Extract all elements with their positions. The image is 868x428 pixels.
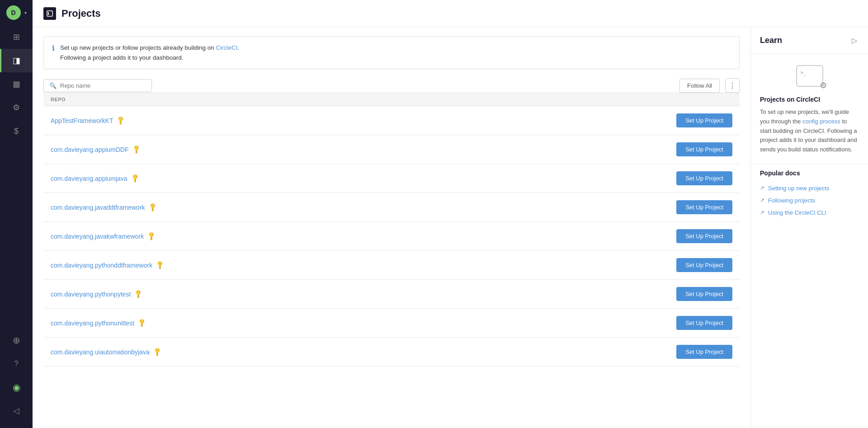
key-icon: 🔑 [155, 260, 165, 270]
content-wrapper: ℹ Set up new projects or follow projects… [33, 27, 868, 428]
setup-project-button[interactable]: Set Up Project [676, 113, 732, 127]
org-icon: ⊕ [13, 335, 20, 346]
circleci-link[interactable]: CircleCI [216, 44, 237, 51]
table-row: com.davieyang.javakwframework 🔑 Set Up P… [43, 222, 740, 251]
panel-divider [751, 164, 868, 164]
setup-project-button[interactable]: Set Up Project [676, 345, 732, 359]
active-indicator [0, 49, 1, 72]
terminal-icon: >_ [796, 65, 823, 87]
repo-column-header: REPO [43, 93, 740, 106]
sidebar-bottom: ⊕ ? ◉ ◁ [0, 329, 33, 428]
table-row: com.davieyang.javaddtframework 🔑 Set Up … [43, 193, 740, 222]
page-title: Projects [61, 8, 101, 19]
panel-section-title: Projects on CircleCI [751, 92, 868, 108]
right-panel: Learn ▷ >_ ⚙ Projects on CircleCI To set… [750, 27, 868, 428]
setup-project-button[interactable]: Set Up Project [676, 171, 732, 185]
key-icon: 🔑 [130, 174, 140, 183]
info-banner-text: Set up new projects or follow projects a… [60, 43, 239, 62]
main-content: Projects ℹ Set up new projects or follow… [33, 0, 868, 428]
repo-name-link[interactable]: AppTestFrameworkKT 🔑 [43, 117, 676, 124]
doc-link-cli[interactable]: ↗ Using the CircleCI CLI [751, 207, 868, 219]
setup-project-button[interactable]: Set Up Project [676, 200, 732, 214]
panel-icon-area: >_ ⚙ [751, 54, 868, 92]
settings-icon: ⚙ [13, 103, 20, 113]
doc-link-label: Using the CircleCI CLI [768, 209, 826, 216]
main-area: ℹ Set up new projects or follow projects… [33, 27, 750, 428]
sidebar: D ▾ ⊞ ◨ ▦ ⚙ $ ⊕ ? ◉ ◁ [0, 0, 33, 428]
follow-all-button[interactable]: Follow All [679, 79, 720, 93]
billing-icon: $ [14, 127, 19, 136]
key-icon: 🔑 [152, 347, 162, 357]
info-banner: ℹ Set up new projects or follow projects… [43, 36, 740, 69]
page-icon [43, 7, 56, 20]
sidebar-item-billing[interactable]: $ [0, 119, 33, 143]
doc-link-setting-up[interactable]: ↗ Setting up new projects [751, 182, 868, 194]
sidebar-item-profile[interactable]: ◉ [0, 376, 33, 399]
key-icon: 🔑 [116, 116, 126, 126]
doc-link-label: Setting up new projects [768, 185, 829, 192]
doc-link-label: Following projects [768, 197, 815, 204]
popular-docs-title: Popular docs [751, 169, 868, 182]
table-row: com.davieyang.appiumjava 🔑 Set Up Projec… [43, 164, 740, 193]
panel-description: To set up new projects, we'll guide you … [751, 108, 868, 162]
projects-icon: ◨ [13, 56, 20, 66]
page-header: Projects [33, 0, 868, 27]
logo-chevron-icon: ▾ [24, 10, 27, 15]
setup-project-button[interactable]: Set Up Project [676, 316, 732, 330]
external-link-icon: ↗ [760, 209, 764, 216]
key-icon: 🔑 [133, 289, 143, 299]
logo-avatar: D [6, 5, 21, 20]
sidebar-collapse-button[interactable]: ◁ [0, 399, 33, 423]
key-icon: 🔑 [131, 145, 141, 155]
key-icon: 🔑 [146, 231, 156, 241]
doc-link-following[interactable]: ↗ Following projects [751, 194, 868, 207]
key-icon: 🔑 [137, 318, 146, 328]
setup-project-button[interactable]: Set Up Project [676, 142, 732, 156]
table-row: com.davieyang.pythonunittest 🔑 Set Up Pr… [43, 309, 740, 338]
config-process-link[interactable]: config process [802, 118, 840, 125]
setup-project-button[interactable]: Set Up Project [676, 258, 732, 272]
external-link-icon: ↗ [760, 185, 764, 191]
external-link-icon: ↗ [760, 197, 764, 203]
table-row: com.davieyang.uiautomationbyjava 🔑 Set U… [43, 338, 740, 367]
gear-icon: ⚙ [820, 80, 827, 90]
search-icon: 🔍 [49, 82, 57, 89]
info-icon: ℹ [52, 44, 55, 52]
terminal-illustration: >_ ⚙ [796, 65, 823, 87]
sidebar-logo[interactable]: D ▾ [0, 0, 33, 25]
sidebar-nav: ⊞ ◨ ▦ ⚙ $ [0, 25, 33, 329]
dashboard-icon: ⊞ [13, 32, 20, 42]
profile-icon: ◉ [13, 382, 20, 393]
setup-project-button[interactable]: Set Up Project [676, 229, 732, 243]
table-row: com.davieyang.appiumDDF 🔑 Set Up Project [43, 135, 740, 164]
key-icon: 🔑 [147, 202, 157, 212]
analytics-icon: ▦ [13, 79, 20, 89]
sidebar-item-projects[interactable]: ◨ [0, 49, 33, 72]
sidebar-item-dashboard[interactable]: ⊞ [0, 25, 33, 49]
table-row: com.davieyang.pythonddtframework 🔑 Set U… [43, 251, 740, 280]
search-input[interactable] [60, 82, 146, 89]
table-row: com.davieyang.pythonpytest 🔑 Set Up Proj… [43, 280, 740, 309]
sidebar-item-analytics[interactable]: ▦ [0, 72, 33, 96]
panel-title: Learn [760, 36, 782, 45]
repo-name-link[interactable]: com.davieyang.javakwframework 🔑 [43, 233, 676, 240]
sidebar-item-org-settings[interactable]: ⊕ [0, 329, 33, 352]
more-options-button[interactable]: ⋮ [725, 78, 740, 93]
terminal-text: >_ [801, 70, 807, 75]
repo-name-link[interactable]: com.davieyang.pythonpytest 🔑 [43, 291, 676, 298]
repo-name-link[interactable]: com.davieyang.pythonunittest 🔑 [43, 320, 676, 327]
repo-list: AppTestFrameworkKT 🔑 Set Up Project com.… [43, 106, 740, 367]
panel-header: Learn ▷ [751, 27, 868, 54]
repo-name-link[interactable]: com.davieyang.appiumDDF 🔑 [43, 146, 676, 153]
setup-project-button[interactable]: Set Up Project [676, 287, 732, 301]
repo-name-link[interactable]: com.davieyang.appiumjava 🔑 [43, 175, 676, 182]
controls-row: 🔍 Follow All ⋮ [43, 78, 740, 93]
sidebar-item-help[interactable]: ? [0, 352, 33, 376]
help-icon: ? [14, 360, 19, 368]
panel-collapse-button[interactable]: ▷ [850, 34, 859, 47]
repo-name-link[interactable]: com.davieyang.pythonddtframework 🔑 [43, 262, 676, 269]
repo-name-link[interactable]: com.davieyang.uiautomationbyjava 🔑 [43, 348, 676, 356]
repo-name-link[interactable]: com.davieyang.javaddtframework 🔑 [43, 204, 676, 211]
sidebar-item-settings[interactable]: ⚙ [0, 96, 33, 119]
svg-rect-0 [47, 11, 52, 16]
